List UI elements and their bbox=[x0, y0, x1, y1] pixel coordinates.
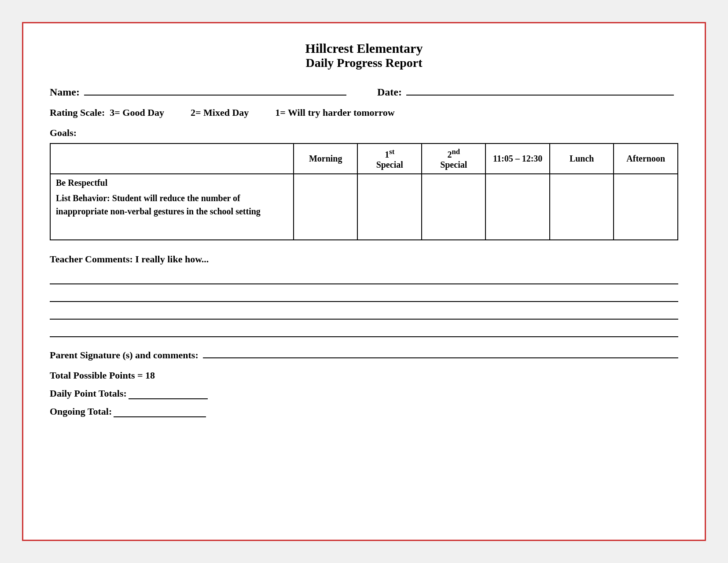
date-label: Date: bbox=[377, 86, 402, 98]
date-line bbox=[406, 83, 674, 96]
comment-line-4 bbox=[50, 321, 678, 337]
comment-line-1 bbox=[50, 269, 678, 284]
col-header-time-block: 11:05 – 12:30 bbox=[485, 144, 550, 174]
rating-1: 1= Will try harder tomorrow bbox=[275, 107, 394, 118]
col-header-behavior bbox=[50, 144, 294, 174]
goal-cell: Be Respectful List Behavior: Student wil… bbox=[50, 174, 294, 240]
comment-lines bbox=[50, 269, 678, 337]
teacher-comments-section: Teacher Comments: I really like how... bbox=[50, 254, 678, 337]
name-label: Name: bbox=[50, 86, 80, 98]
col-header-first-special: 1stSpecial bbox=[357, 144, 422, 174]
name-line bbox=[84, 83, 346, 96]
name-section: Name: bbox=[50, 83, 351, 98]
total-possible-points: Total Possible Points = 18 bbox=[50, 370, 678, 381]
second-special-cell bbox=[422, 174, 486, 240]
comment-line-2 bbox=[50, 286, 678, 302]
comment-line-3 bbox=[50, 304, 678, 320]
col-header-morning: Morning bbox=[294, 144, 358, 174]
parent-sig-label: Parent Signature (s) and comments: bbox=[50, 350, 199, 361]
lunch-cell bbox=[550, 174, 614, 240]
afternoon-cell bbox=[614, 174, 678, 240]
goals-label: Goals: bbox=[50, 127, 678, 139]
rating-2: 2= Mixed Day bbox=[191, 107, 249, 118]
goal-title: Be Respectful bbox=[56, 178, 288, 188]
ongoing-total-blank bbox=[114, 416, 206, 417]
header: Hillcrest Elementary Daily Progress Repo… bbox=[50, 41, 678, 70]
daily-totals-blank bbox=[129, 398, 208, 399]
daily-point-totals: Daily Point Totals: bbox=[50, 388, 678, 399]
time-block-cell bbox=[485, 174, 550, 240]
report-title: Daily Progress Report bbox=[50, 56, 678, 70]
rating-scale: Rating Scale: 3= Good Day 2= Mixed Day 1… bbox=[50, 107, 678, 118]
goal-desc: List Behavior: Student will reduce the n… bbox=[56, 193, 261, 216]
parent-sig-line bbox=[203, 346, 678, 358]
first-special-cell bbox=[357, 174, 422, 240]
col-header-second-special: 2ndSpecial bbox=[422, 144, 486, 174]
col-header-lunch: Lunch bbox=[550, 144, 614, 174]
parent-signature-row: Parent Signature (s) and comments: bbox=[50, 346, 678, 361]
table-row: Be Respectful List Behavior: Student wil… bbox=[50, 174, 678, 240]
behavior-table: Morning 1stSpecial 2ndSpecial 11:05 – 12… bbox=[50, 143, 678, 240]
table-header-row: Morning 1stSpecial 2ndSpecial 11:05 – 12… bbox=[50, 144, 678, 174]
date-section: Date: bbox=[377, 83, 678, 98]
page: Hillcrest Elementary Daily Progress Repo… bbox=[22, 22, 706, 541]
teacher-comments-label: Teacher Comments: I really like how... bbox=[50, 254, 678, 265]
col-header-afternoon: Afternoon bbox=[614, 144, 678, 174]
ongoing-total: Ongoing Total: bbox=[50, 406, 678, 417]
rating-scale-label: Rating Scale: 3= Good Day bbox=[50, 107, 164, 118]
name-date-row: Name: Date: bbox=[50, 83, 678, 98]
school-name: Hillcrest Elementary bbox=[50, 41, 678, 56]
totals-section: Total Possible Points = 18 Daily Point T… bbox=[50, 370, 678, 417]
morning-cell bbox=[294, 174, 358, 240]
